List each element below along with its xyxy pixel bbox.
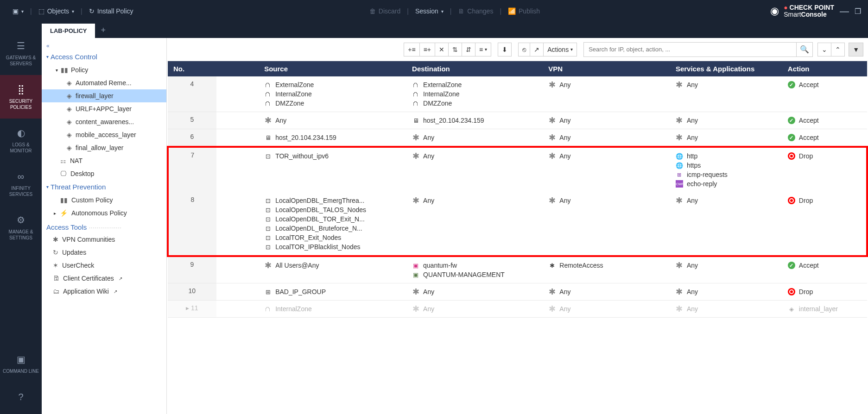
cell-item[interactable]: ⛫DMZZone — [264, 99, 401, 108]
table-row[interactable]: 4⛫ExternalZone⛫InternalZone⛫DMZZone⛫Exte… — [168, 76, 867, 112]
action-item[interactable]: ✓Accept — [788, 261, 862, 270]
col-hits[interactable] — [216, 61, 259, 76]
cell-item[interactable]: ▣QUANTUM-MANAGEMENT — [412, 270, 537, 279]
layer-firewall[interactable]: ◈firewall_layer — [42, 89, 166, 102]
changes-button[interactable]: 🗎Changes — [452, 7, 499, 15]
nav-infinity[interactable]: ∞INFINITY SERVICES — [0, 162, 42, 206]
cell-item[interactable]: ⊡LocalOpenDBL_TALOS_Nodes — [264, 205, 401, 214]
cell-item[interactable]: ▣quantum-fw — [412, 261, 537, 270]
col-destination[interactable]: Destination — [406, 61, 543, 76]
table-row[interactable]: 5✱Any🖥host_20.104.234.159✱Any✱Any✓Accept — [168, 112, 867, 129]
collapse-button[interactable]: « — [42, 42, 166, 50]
filter-button[interactable]: ▼ — [849, 43, 863, 56]
rules-grid[interactable]: No. Source Destination VPN Services & Ap… — [167, 61, 868, 414]
layer-automated-reme[interactable]: ◈Automated Reme... — [42, 76, 166, 89]
table-row[interactable]: 9✱All Users@Any▣quantum-fw▣QUANTUM-MANAG… — [168, 256, 867, 283]
action-item[interactable]: Drop — [788, 196, 861, 205]
node-policy[interactable]: ▾▮▮Policy — [42, 63, 166, 76]
nav-help[interactable]: ? — [0, 383, 42, 414]
section-threat-prevention[interactable]: ▾Threat Prevention — [42, 180, 166, 194]
settings-button[interactable]: ⎋ — [518, 43, 530, 56]
cell-item[interactable]: ⊡TOR_without_ipv6 — [264, 151, 401, 161]
node-autonomous-policy[interactable]: ▸⚡Autonomous Policy — [42, 207, 166, 220]
search-input[interactable] — [583, 42, 797, 57]
col-no[interactable]: No. — [168, 61, 216, 76]
cell-item[interactable]: ✱Any — [676, 304, 777, 314]
tab-add-button[interactable]: + — [95, 23, 111, 38]
table-row[interactable]: 10⊞BAD_IP_GROUP✱Any✱Any✱AnyDrop — [168, 283, 867, 301]
app-menu[interactable]: ▣▾ — [7, 7, 29, 15]
cell-item[interactable]: ⊡LocalOpenDBL_TOR_Exit_N... — [264, 214, 401, 224]
cell-item[interactable]: ✱Any — [676, 116, 777, 125]
cell-item[interactable]: ✱Any — [548, 80, 665, 89]
tool-updates[interactable]: ↻Updates — [42, 246, 166, 259]
cell-item[interactable]: ✱Any — [676, 261, 777, 270]
cell-item[interactable]: ⊞icmp-requests — [676, 170, 777, 179]
cell-item[interactable]: ✱RemoteAccess — [548, 261, 665, 270]
col-source[interactable]: Source — [259, 61, 406, 76]
cell-item[interactable]: ✱Any — [412, 304, 537, 314]
maximize-button[interactable]: ❐ — [855, 7, 861, 16]
objects-menu[interactable]: ⬚Objects▾ — [33, 7, 80, 15]
cell-item[interactable]: ✱Any — [676, 287, 777, 296]
cell-item[interactable]: 🌐https — [676, 161, 777, 170]
tool-client-certs[interactable]: 🖺Client Certificates↗ — [42, 272, 166, 285]
action-item[interactable]: Drop — [788, 151, 861, 161]
tab-lab-policy[interactable]: LAB-POLICY — [42, 24, 95, 38]
cell-item[interactable]: ⊞BAD_IP_GROUP — [264, 287, 401, 296]
nav-security-policies[interactable]: ⣿SECURITY POLICIES — [0, 75, 42, 119]
cell-item[interactable]: ⊡LocalTOR_IPBlacklist_Nodes — [264, 242, 401, 251]
cell-item[interactable]: 🖥host_20.104.234.159 — [264, 133, 401, 142]
node-desktop[interactable]: 🖵Desktop — [42, 167, 166, 180]
cell-item[interactable]: ⛫ExternalZone — [412, 80, 537, 89]
install-policy-button[interactable]: ↻Install Policy — [83, 7, 139, 15]
node-custom-policy[interactable]: ▮▮Custom Policy — [42, 194, 166, 207]
col-vpn[interactable]: VPN — [543, 61, 670, 76]
layer-urlf-appc[interactable]: ◈URLF+APPC_layer — [42, 102, 166, 115]
actions-menu[interactable]: Actions ▾ — [543, 43, 577, 56]
cell-item[interactable]: ✱Any — [676, 196, 777, 205]
table-row[interactable]: ▸ 11⛫InternalZone✱Any✱Any✱Any◈internal_l… — [168, 301, 867, 318]
search-button[interactable]: 🔍 — [796, 42, 813, 57]
col-services[interactable]: Services & Applications — [670, 61, 782, 76]
expand-button[interactable]: ⇅ — [448, 43, 462, 56]
minimize-button[interactable]: — — [840, 6, 849, 17]
collapse-button[interactable]: ⇵ — [462, 43, 475, 56]
nav-cli[interactable]: ▣COMMAND LINE — [0, 345, 42, 383]
next-button[interactable]: ⌄ — [817, 43, 831, 56]
cell-item[interactable]: ✱Any — [548, 304, 665, 314]
session-menu[interactable]: Session▾ — [410, 7, 449, 15]
cell-item[interactable]: ⊡LocalTOR_Exit_Nodes — [264, 233, 401, 242]
cell-item[interactable]: ✱Any — [548, 151, 665, 161]
cell-item[interactable]: ✱Any — [676, 133, 777, 142]
cell-item[interactable]: ✱Any — [412, 196, 537, 205]
action-item[interactable]: ✓Accept — [788, 80, 862, 89]
action-item[interactable]: ✓Accept — [788, 116, 862, 125]
export-button[interactable]: ↗ — [530, 43, 544, 56]
cell-item[interactable]: ✱Any — [412, 287, 537, 296]
tool-app-wiki[interactable]: 🗂Application Wiki↗ — [42, 285, 166, 298]
cell-item[interactable]: ✱Any — [264, 116, 401, 125]
cell-item[interactable]: ⛫InternalZone — [412, 89, 537, 99]
add-above-button[interactable]: +≡ — [404, 43, 419, 56]
section-access-control[interactable]: ▾Access Control — [42, 50, 166, 63]
cell-item[interactable]: ⛫InternalZone — [264, 89, 401, 99]
cell-item[interactable]: ⛫ExternalZone — [264, 80, 401, 89]
cell-item[interactable]: ✱Any — [548, 287, 665, 296]
cell-item[interactable]: ✱Any — [548, 196, 665, 205]
cell-item[interactable]: ✱Any — [412, 151, 537, 161]
cell-item[interactable]: ⛫DMZZone — [412, 99, 537, 108]
table-row[interactable]: 7⊡TOR_without_ipv6✱Any✱Any🌐http🌐https⊞ic… — [168, 147, 867, 192]
layer-mobile-access[interactable]: ◈mobile_access_layer — [42, 128, 166, 141]
cell-item[interactable]: 🌐http — [676, 151, 777, 161]
layer-final-allow[interactable]: ◈final_allow_layer — [42, 141, 166, 154]
tool-vpn-communities[interactable]: ✱VPN Communities — [42, 233, 166, 246]
cell-item[interactable]: ✱Any — [548, 116, 665, 125]
tool-usercheck[interactable]: ✶UserCheck — [42, 259, 166, 272]
cell-item[interactable]: 🖥host_20.104.234.159 — [412, 116, 537, 125]
layer-content-awareness[interactable]: ◈content_awarenes... — [42, 115, 166, 128]
install-button[interactable]: ⬇ — [498, 43, 512, 56]
action-item[interactable]: ✓Accept — [788, 133, 862, 142]
nav-gateways[interactable]: ☰GATEWAYS & SERVERS — [0, 31, 42, 75]
cell-item[interactable]: ✱Any — [548, 133, 665, 142]
